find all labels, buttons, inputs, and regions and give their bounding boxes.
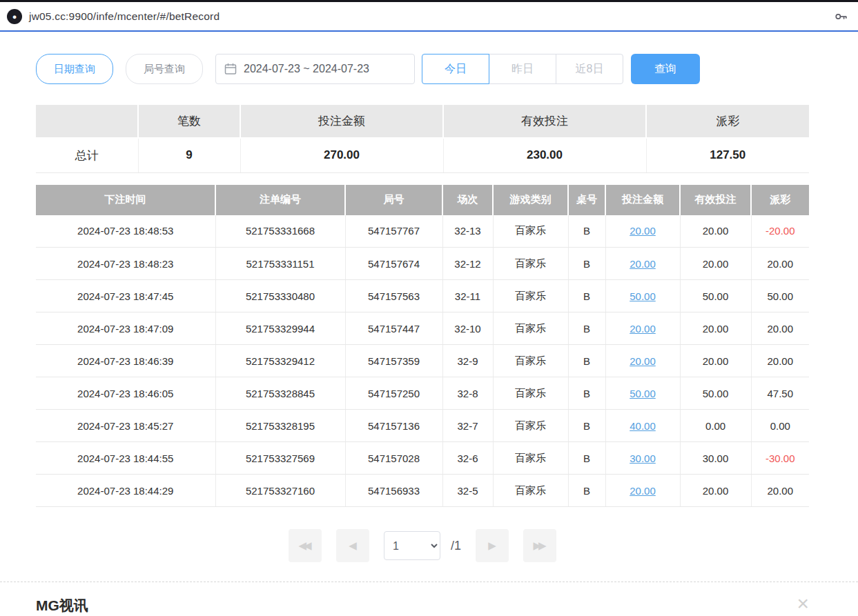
- table-row: 2024-07-23 18:47:45521753330480547157563…: [36, 280, 809, 312]
- bet-time-cell: 2024-07-23 18:45:27: [36, 410, 215, 442]
- table-row: 2024-07-23 18:48:53521753331668547157767…: [36, 215, 809, 248]
- payout-cell: 20.00: [751, 345, 809, 377]
- session-cell: 32-6: [442, 442, 493, 475]
- table-number-cell: B: [568, 345, 605, 377]
- bet-time-cell: 2024-07-23 18:47:09: [36, 312, 215, 345]
- bet-amount-cell: 20.00: [605, 345, 680, 377]
- round-number-cell: 547157674: [345, 248, 442, 280]
- bet-amount-cell: 50.00: [605, 377, 680, 410]
- order-number-cell: 521753329412: [215, 345, 345, 377]
- bet-table-body: 2024-07-23 18:48:53521753331668547157767…: [36, 215, 809, 507]
- game-type-cell: 百家乐: [493, 410, 568, 442]
- order-number-cell: 521753329944: [215, 312, 345, 345]
- order-number-cell: 521753328845: [215, 377, 345, 410]
- order-number-cell: 521753327569: [215, 442, 345, 475]
- site-favicon-icon[interactable]: ●: [7, 9, 22, 24]
- yesterday-button[interactable]: 昨日: [489, 54, 556, 84]
- game-type-cell: 百家乐: [493, 345, 568, 377]
- game-type-cell: 百家乐: [493, 377, 568, 410]
- summary-header-valid-bet: 有效投注: [443, 105, 646, 138]
- previous-page-button[interactable]: ◀: [336, 529, 369, 562]
- last-8-days-button[interactable]: 近8日: [556, 54, 623, 84]
- bet-amount-link[interactable]: 20.00: [630, 485, 656, 497]
- header-valid-bet: 有效投注: [680, 185, 751, 215]
- date-range-input[interactable]: 2024-07-23 ~ 2024-07-23: [215, 54, 415, 84]
- double-right-arrow-icon: ▶▶: [533, 539, 543, 552]
- game-type-cell: 百家乐: [493, 312, 568, 345]
- today-button[interactable]: 今日: [422, 54, 489, 84]
- table-number-cell: B: [568, 475, 605, 507]
- round-query-tab[interactable]: 局号查询: [126, 54, 203, 84]
- payout-cell: 50.00: [751, 280, 809, 312]
- summary-header-bet-amount: 投注金额: [240, 105, 443, 138]
- header-bet-amount: 投注金额: [605, 185, 680, 215]
- round-number-cell: 547157447: [345, 312, 442, 345]
- summary-header-count: 笔数: [138, 105, 240, 138]
- game-type-cell: 百家乐: [493, 280, 568, 312]
- bet-amount-link[interactable]: 20.00: [630, 323, 656, 335]
- date-query-tab[interactable]: 日期查询: [36, 54, 113, 84]
- session-cell: 32-13: [442, 215, 493, 248]
- order-number-cell: 521753328195: [215, 410, 345, 442]
- bet-table-header-row: 下注时间 注单编号 局号 场次 游戏类别 桌号 投注金额 有效投注 派彩: [36, 185, 809, 215]
- table-number-cell: B: [568, 442, 605, 475]
- bet-amount-link[interactable]: 50.00: [630, 388, 656, 399]
- table-row: 2024-07-23 18:44:29521753327160547156933…: [36, 475, 809, 507]
- first-page-button[interactable]: ◀◀: [289, 529, 322, 562]
- search-button[interactable]: 查询: [631, 54, 700, 84]
- table-row: 2024-07-23 18:47:09521753329944547157447…: [36, 312, 809, 345]
- bet-record-table: 下注时间 注单编号 局号 场次 游戏类别 桌号 投注金额 有效投注 派彩 202…: [36, 185, 809, 508]
- game-type-cell: 百家乐: [493, 248, 568, 280]
- summary-total-count: 9: [138, 138, 240, 172]
- round-number-cell: 547157767: [345, 215, 442, 248]
- section-title: MG视讯: [36, 596, 88, 615]
- password-key-icon[interactable]: [833, 9, 848, 24]
- last-page-button[interactable]: ▶▶: [523, 529, 556, 562]
- game-type-cell: 百家乐: [493, 475, 568, 507]
- page-select[interactable]: 1: [384, 531, 440, 560]
- bet-amount-cell: 50.00: [605, 280, 680, 312]
- address-url[interactable]: jw05.cc:9900/infe/mcenter/#/betRecord: [29, 10, 220, 23]
- session-cell: 32-7: [442, 410, 493, 442]
- session-cell: 32-5: [442, 475, 493, 507]
- collapse-icon[interactable]: ×: [797, 596, 809, 611]
- valid-bet-cell: 20.00: [680, 215, 751, 248]
- round-number-cell: 547157136: [345, 410, 442, 442]
- header-table-number: 桌号: [568, 185, 605, 215]
- valid-bet-cell: 30.00: [680, 442, 751, 475]
- bet-amount-link[interactable]: 20.00: [630, 355, 656, 367]
- header-payout: 派彩: [751, 185, 809, 215]
- double-left-arrow-icon: ◀◀: [298, 539, 309, 552]
- bet-amount-cell: 20.00: [605, 475, 680, 507]
- bet-amount-cell: 40.00: [605, 410, 680, 442]
- table-row: 2024-07-23 18:45:27521753328195547157136…: [36, 410, 809, 442]
- payout-cell: 20.00: [751, 248, 809, 280]
- table-row: 2024-07-23 18:44:55521753327569547157028…: [36, 442, 809, 475]
- payout-cell: 0.00: [751, 410, 809, 442]
- summary-total-bet-amount: 270.00: [240, 138, 443, 172]
- table-row: 2024-07-23 18:46:39521753329412547157359…: [36, 345, 809, 377]
- pagination: ◀◀ ◀ 1 /1 ▶ ▶▶: [36, 529, 809, 562]
- next-page-button[interactable]: ▶: [476, 529, 509, 562]
- bet-amount-link[interactable]: 20.00: [630, 225, 656, 237]
- bet-amount-link[interactable]: 20.00: [630, 258, 656, 270]
- table-number-cell: B: [568, 377, 605, 410]
- bet-amount-cell: 20.00: [605, 215, 680, 248]
- table-number-cell: B: [568, 410, 605, 442]
- bet-amount-link[interactable]: 50.00: [630, 290, 656, 302]
- valid-bet-cell: 20.00: [680, 475, 751, 507]
- next-section-header: MG视讯 ×: [0, 582, 858, 615]
- payout-cell: -20.00: [751, 215, 809, 248]
- bet-amount-link[interactable]: 40.00: [630, 420, 656, 432]
- bet-time-cell: 2024-07-23 18:44:29: [36, 475, 215, 507]
- game-type-cell: 百家乐: [493, 442, 568, 475]
- summary-total-row: 总计 9 270.00 230.00 127.50: [36, 138, 809, 172]
- bet-time-cell: 2024-07-23 18:44:55: [36, 442, 215, 475]
- order-number-cell: 521753327160: [215, 475, 345, 507]
- session-cell: 32-11: [442, 280, 493, 312]
- valid-bet-cell: 20.00: [680, 345, 751, 377]
- bet-amount-link[interactable]: 30.00: [630, 453, 656, 464]
- table-number-cell: B: [568, 248, 605, 280]
- payout-cell: -30.00: [751, 442, 809, 475]
- payout-cell: 20.00: [751, 475, 809, 507]
